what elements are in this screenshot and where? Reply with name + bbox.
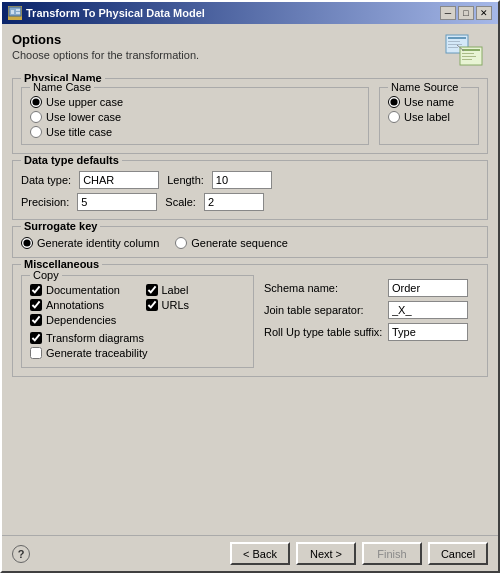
footer: ? < Back Next > Finish Cancel xyxy=(2,535,498,571)
page-subtitle: Choose options for the transformation. xyxy=(12,49,199,61)
svg-rect-0 xyxy=(9,7,21,16)
name-case-box: Name Case Use upper case Use lower case xyxy=(21,87,369,145)
rollup-suffix-row: Roll Up type table suffix: xyxy=(264,323,479,341)
radio-use-name-label: Use name xyxy=(404,96,454,108)
rollup-suffix-field-label: Roll Up type table suffix: xyxy=(264,326,384,338)
radio-row-sequence: Generate sequence xyxy=(175,237,288,249)
header-section: Options Choose options for the transform… xyxy=(12,32,488,72)
check-annotations-label: Annotations xyxy=(46,299,104,311)
data-type-field-label: Data type: xyxy=(21,174,71,186)
physical-name-group: Physical Name Name Case Use upper case U… xyxy=(12,78,488,154)
close-button[interactable]: ✕ xyxy=(476,6,492,20)
schema-name-row: Schema name: xyxy=(264,279,479,297)
join-separator-row: Join table separator: xyxy=(264,301,479,319)
check-dependencies[interactable] xyxy=(30,314,42,326)
name-case-radio-group: Use upper case Use lower case Use title … xyxy=(30,96,360,138)
cancel-button[interactable]: Cancel xyxy=(428,542,488,565)
radio-upper-label: Use upper case xyxy=(46,96,123,108)
name-source-radio-group: Use name Use label xyxy=(388,96,470,123)
svg-rect-2 xyxy=(16,9,20,11)
radio-row-use-label: Use label xyxy=(388,111,470,123)
radio-sequence-label: Generate sequence xyxy=(191,237,288,249)
join-separator-field-label: Join table separator: xyxy=(264,304,384,316)
svg-rect-10 xyxy=(462,49,480,51)
check-transform-diagrams[interactable] xyxy=(30,332,42,344)
data-type-row-2: Precision: Scale: xyxy=(21,193,479,211)
finish-button[interactable]: Finish xyxy=(362,542,422,565)
minimize-button[interactable]: ─ xyxy=(440,6,456,20)
radio-title-case[interactable] xyxy=(30,126,42,138)
check-row-doc: Documentation xyxy=(30,284,130,296)
svg-rect-6 xyxy=(448,41,460,42)
precision-field-label: Precision: xyxy=(21,196,69,208)
copy-checkboxes: Documentation Label Annotations URL xyxy=(30,284,245,326)
window-title: Transform To Physical Data Model xyxy=(26,7,205,19)
svg-rect-7 xyxy=(448,44,462,45)
radio-row-title: Use title case xyxy=(30,126,360,138)
data-type-row-1: Data type: Length: xyxy=(21,171,479,189)
radio-use-label[interactable] xyxy=(388,111,400,123)
radio-sequence[interactable] xyxy=(175,237,187,249)
miscellaneous-group: Miscellaneous Copy Documentation Label xyxy=(12,264,488,377)
svg-rect-11 xyxy=(462,53,474,54)
title-bar: Transform To Physical Data Model ─ □ ✕ xyxy=(2,2,498,24)
scale-field-label: Scale: xyxy=(165,196,196,208)
check-dependencies-label: Dependencies xyxy=(46,314,116,326)
scale-input[interactable] xyxy=(204,193,264,211)
check-row-transform: Transform diagrams xyxy=(30,332,245,344)
svg-rect-12 xyxy=(462,56,476,57)
back-button[interactable]: < Back xyxy=(230,542,290,565)
check-documentation[interactable] xyxy=(30,284,42,296)
check-generate-traceability[interactable] xyxy=(30,347,42,359)
radio-lower-case[interactable] xyxy=(30,111,42,123)
svg-rect-8 xyxy=(448,47,458,48)
surrogate-row: Generate identity column Generate sequen… xyxy=(21,237,479,249)
title-controls: ─ □ ✕ xyxy=(440,6,492,20)
svg-rect-3 xyxy=(16,12,20,14)
radio-upper-case[interactable] xyxy=(30,96,42,108)
radio-identity[interactable] xyxy=(21,237,33,249)
extra-checkboxes: Transform diagrams Generate traceability xyxy=(30,332,245,359)
check-row-urls: URLs xyxy=(146,299,246,311)
data-type-defaults-label: Data type defaults xyxy=(21,154,122,166)
name-source-label: Name Source xyxy=(388,81,461,93)
svg-rect-5 xyxy=(448,37,466,39)
check-urls[interactable] xyxy=(146,299,158,311)
radio-lower-label: Use lower case xyxy=(46,111,121,123)
svg-rect-13 xyxy=(462,59,472,60)
surrogate-key-label: Surrogate key xyxy=(21,220,100,232)
radio-identity-label: Generate identity column xyxy=(37,237,159,249)
radio-use-name[interactable] xyxy=(388,96,400,108)
title-bar-left: Transform To Physical Data Model xyxy=(8,6,205,20)
check-doc-label: Documentation xyxy=(46,284,120,296)
precision-input[interactable] xyxy=(77,193,157,211)
help-button[interactable]: ? xyxy=(12,545,30,563)
radio-row-identity: Generate identity column xyxy=(21,237,159,249)
main-window: Transform To Physical Data Model ─ □ ✕ O… xyxy=(0,0,500,573)
schema-name-input[interactable] xyxy=(388,279,468,297)
radio-title-label: Use title case xyxy=(46,126,112,138)
copy-label: Copy xyxy=(30,269,62,281)
check-annotations[interactable] xyxy=(30,299,42,311)
check-row-annotations: Annotations xyxy=(30,299,130,311)
name-case-label: Name Case xyxy=(30,81,94,93)
data-type-defaults-group: Data type defaults Data type: Length: Pr… xyxy=(12,160,488,220)
check-row-label: Label xyxy=(146,284,246,296)
maximize-button[interactable]: □ xyxy=(458,6,474,20)
rollup-suffix-input[interactable] xyxy=(388,323,468,341)
header-text: Options Choose options for the transform… xyxy=(12,32,199,61)
length-field-label: Length: xyxy=(167,174,204,186)
header-icon xyxy=(440,32,488,72)
misc-content: Copy Documentation Label Annotations xyxy=(21,275,479,368)
svg-rect-1 xyxy=(11,10,14,14)
check-label-label: Label xyxy=(162,284,189,296)
data-type-input[interactable] xyxy=(79,171,159,189)
check-label[interactable] xyxy=(146,284,158,296)
footer-buttons: < Back Next > Finish Cancel xyxy=(230,542,488,565)
copy-box: Copy Documentation Label Annotations xyxy=(21,275,254,368)
length-input[interactable] xyxy=(212,171,272,189)
join-separator-input[interactable] xyxy=(388,301,468,319)
next-button[interactable]: Next > xyxy=(296,542,356,565)
check-transform-label: Transform diagrams xyxy=(46,332,144,344)
check-trace-label: Generate traceability xyxy=(46,347,148,359)
